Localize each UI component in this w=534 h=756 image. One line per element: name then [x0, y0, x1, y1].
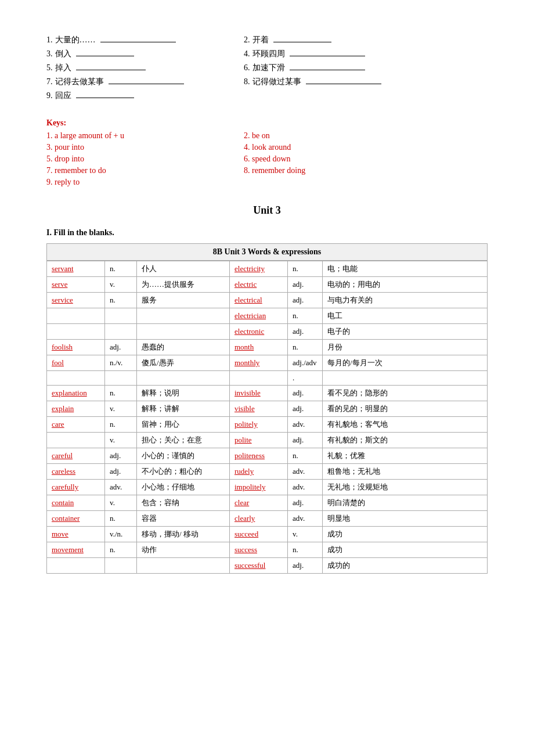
- right-word[interactable]: electricity: [234, 264, 265, 273]
- right-word-cell: [230, 371, 288, 386]
- keys-item-6: 6. speed down: [244, 154, 406, 164]
- left-pos-cell: [105, 324, 137, 340]
- right-pos-cell: adj.: [288, 386, 323, 401]
- keys-item-9: 9. reply to: [46, 178, 209, 187]
- right-pos-cell: adv.: [288, 480, 323, 495]
- right-word[interactable]: invisible: [234, 388, 261, 397]
- left-def-cell: 担心；关心；在意: [137, 433, 230, 448]
- right-word-cell: invisible: [230, 386, 288, 401]
- right-pos-cell: n.: [288, 261, 323, 277]
- right-def-cell: 明显地: [323, 511, 488, 527]
- right-word[interactable]: visible: [234, 404, 255, 413]
- table-row: servicen.服务electricaladj.与电力有关的: [47, 293, 488, 308]
- left-word[interactable]: careless: [52, 467, 75, 476]
- right-word-cell: electricity: [230, 261, 288, 277]
- fill-row-1: 1. 大量的…… 2. 开着: [46, 35, 488, 45]
- left-word[interactable]: carefully: [52, 483, 78, 491]
- left-def-cell: 愚蠢的: [137, 340, 230, 355]
- left-word[interactable]: fool: [52, 358, 64, 367]
- left-word[interactable]: movement: [52, 545, 84, 554]
- keys-item-2: 2. be on: [244, 131, 406, 141]
- right-pos-cell: n.: [288, 340, 323, 355]
- left-def-cell: 为……提供服务: [137, 277, 230, 293]
- right-word[interactable]: electrical: [234, 296, 262, 304]
- left-word-cell: carefully: [47, 480, 105, 495]
- left-def-cell: 解释；说明: [137, 386, 230, 401]
- right-word-cell: electrician: [230, 308, 288, 324]
- right-def-cell: 成功的: [323, 558, 488, 574]
- left-pos-cell: n.: [105, 293, 137, 308]
- right-word[interactable]: rudely: [234, 467, 254, 476]
- right-word[interactable]: politely: [234, 420, 258, 429]
- right-word[interactable]: impolitely: [234, 483, 265, 491]
- right-word-cell: visible: [230, 401, 288, 417]
- right-word[interactable]: month: [234, 343, 254, 351]
- right-word-cell: electrical: [230, 293, 288, 308]
- left-word[interactable]: careful: [52, 451, 73, 460]
- fill-item-9: 9. 回应: [46, 91, 209, 101]
- left-word-cell: movement: [47, 542, 105, 558]
- right-def-cell: 有礼貌地；客气地: [323, 417, 488, 433]
- right-def-cell: 电工: [323, 308, 488, 324]
- right-def-cell: 成功: [323, 542, 488, 558]
- left-word[interactable]: care: [52, 420, 64, 429]
- left-word[interactable]: move: [52, 530, 68, 538]
- right-word-cell: clear: [230, 495, 288, 511]
- left-word[interactable]: container: [52, 514, 80, 523]
- right-def-cell: 电；电能: [323, 261, 488, 277]
- left-word[interactable]: explanation: [52, 388, 87, 397]
- table-row: movev./n.移动，挪动/ 移动succeedv.成功: [47, 527, 488, 542]
- fill-num-5: 5.: [46, 63, 53, 73]
- right-word[interactable]: succeed: [234, 530, 258, 538]
- left-pos-cell: n.: [105, 417, 137, 433]
- left-def-cell: [137, 558, 230, 574]
- left-pos-cell: [105, 308, 137, 324]
- right-pos-cell: v.: [288, 527, 323, 542]
- right-word[interactable]: electronic: [234, 327, 264, 336]
- table-row: electronicadj.电子的: [47, 324, 488, 340]
- right-word[interactable]: clear: [234, 498, 249, 507]
- left-word-cell: servant: [47, 261, 105, 277]
- fill-line-9: [76, 98, 134, 98]
- fill-label-1: 大量的……: [55, 35, 96, 45]
- left-word[interactable]: serve: [52, 280, 67, 289]
- fill-line-3: [76, 56, 134, 56]
- right-pos-cell: adj.: [288, 433, 323, 448]
- left-word[interactable]: service: [52, 296, 73, 304]
- left-word[interactable]: explain: [52, 404, 74, 413]
- keys-item-8: 8. remember doing: [244, 166, 406, 175]
- fill-line-2: [273, 42, 331, 42]
- fill-line-5: [76, 70, 146, 70]
- right-word[interactable]: electrician: [234, 311, 266, 320]
- left-word[interactable]: servant: [52, 264, 74, 273]
- right-word[interactable]: successful: [234, 561, 265, 570]
- fill-label-9: 回应: [55, 91, 71, 101]
- fill-label-6: 加速下滑: [252, 63, 285, 73]
- left-word-cell: fool: [47, 355, 105, 371]
- right-word[interactable]: electric: [234, 280, 257, 289]
- right-word-cell: clearly: [230, 511, 288, 527]
- fill-row-4: 7. 记得去做某事 8. 记得做过某事: [46, 77, 488, 87]
- left-word[interactable]: foolish: [52, 343, 73, 351]
- left-word-cell: careless: [47, 464, 105, 480]
- left-word[interactable]: contain: [52, 498, 74, 507]
- keys-item-1: 1. a large amount of + u: [46, 131, 209, 141]
- fill-num-7: 7.: [46, 77, 53, 87]
- left-word-cell: [47, 371, 105, 386]
- fill-item-7: 7. 记得去做某事: [46, 77, 209, 87]
- right-word[interactable]: success: [234, 545, 257, 554]
- right-word[interactable]: polite: [234, 435, 252, 444]
- right-pos-cell: adj.: [288, 277, 323, 293]
- fill-section: 1. 大量的…… 2. 开着 3. 倒入 4. 环顾四周 5. 掉入 6.: [46, 35, 488, 101]
- table-row: movementn.动作successn.成功: [47, 542, 488, 558]
- right-word[interactable]: monthly: [234, 358, 259, 367]
- right-pos-cell: adj.: [288, 401, 323, 417]
- right-def-cell: 礼貌；优雅: [323, 448, 488, 464]
- right-word[interactable]: politeness: [234, 451, 265, 460]
- right-word-cell: impolitely: [230, 480, 288, 495]
- right-def-cell: 粗鲁地；无礼地: [323, 464, 488, 480]
- fill-item-4: 4. 环顾四周: [244, 49, 406, 59]
- left-word-cell: [47, 324, 105, 340]
- right-word[interactable]: clearly: [234, 514, 255, 523]
- left-pos-cell: adj.: [105, 464, 137, 480]
